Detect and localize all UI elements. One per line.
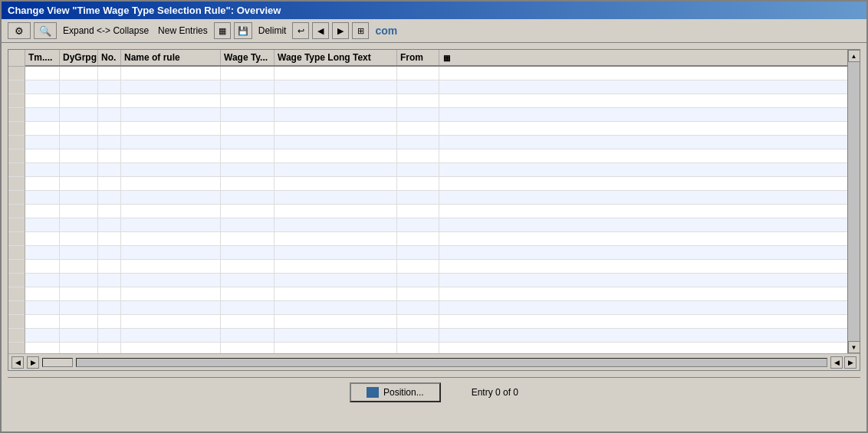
table-cell: [275, 163, 397, 176]
table-cell: [221, 205, 275, 218]
table-row[interactable]: [25, 108, 847, 122]
table-cell: [221, 149, 275, 162]
table-cell: [275, 94, 397, 107]
scroll-track[interactable]: [848, 62, 860, 341]
table-row[interactable]: [25, 274, 847, 287]
table-row[interactable]: [25, 191, 847, 205]
table-cell: [25, 246, 60, 259]
table-cell: [221, 315, 275, 328]
table-cell: [25, 191, 60, 204]
table-row[interactable]: [25, 94, 847, 108]
col-header-wagety[interactable]: Wage Ty...: [221, 50, 275, 65]
table-cell: [60, 218, 98, 231]
table-cell: [60, 329, 98, 342]
table-cell: [98, 274, 121, 287]
table-row[interactable]: [25, 260, 847, 274]
table-cell: [275, 80, 397, 93]
undo-icon-btn[interactable]: ↩: [292, 22, 309, 39]
table-row[interactable]: [25, 343, 847, 353]
column-settings-icon[interactable]: ▦: [439, 50, 453, 65]
table-row[interactable]: [25, 315, 847, 329]
table-cell: [221, 329, 275, 342]
table-row[interactable]: [25, 177, 847, 191]
col-header-from[interactable]: From: [397, 50, 439, 65]
table-cell: [60, 246, 98, 259]
save-icon-btn[interactable]: 💾: [234, 22, 252, 39]
col-header-dygrpg[interactable]: DyGrpg: [60, 50, 98, 65]
table-row[interactable]: [25, 301, 847, 315]
table-cell: [221, 287, 275, 300]
table-cell: [221, 246, 275, 259]
new-entries-button[interactable]: New Entries: [155, 24, 211, 38]
table-cell: [221, 218, 275, 231]
table-cell: [25, 232, 60, 245]
table-cell: [397, 67, 439, 80]
table-row[interactable]: [25, 246, 847, 260]
settings-icon-btn[interactable]: ⚙: [8, 22, 31, 39]
table-cell: [121, 191, 221, 204]
table-cell: [397, 246, 439, 259]
row-numbers: [8, 50, 25, 353]
table-cell: [60, 205, 98, 218]
expand-collapse-button[interactable]: Expand <-> Collapse: [60, 24, 152, 38]
table-row[interactable]: [25, 136, 847, 149]
table-cell: [397, 343, 439, 353]
table-cell: [397, 177, 439, 190]
prev-icon-btn[interactable]: ◀: [312, 22, 329, 39]
table-row[interactable]: [25, 163, 847, 177]
table-cell: [121, 315, 221, 328]
table-cell: [25, 136, 60, 149]
table-cell: [221, 301, 275, 314]
table-cell: [98, 136, 121, 149]
col-header-name[interactable]: Name of rule: [121, 50, 221, 65]
table-row[interactable]: [25, 122, 847, 136]
hscroll-right-btn[interactable]: ▶: [844, 356, 856, 369]
table-cell: [397, 205, 439, 218]
col-header-wagelong[interactable]: Wage Type Long Text: [275, 50, 397, 65]
row-num-1: [8, 67, 25, 80]
next-icon-btn[interactable]: ▶: [332, 22, 349, 39]
table-cell: [275, 177, 397, 190]
table-row[interactable]: [25, 287, 847, 301]
table-view-icon-btn[interactable]: ▦: [214, 22, 231, 39]
table-row[interactable]: [25, 232, 847, 246]
content-area: Tm.... DyGrpg No. Name of rule Wage Ty..…: [2, 43, 866, 431]
row-num-11: [8, 205, 25, 218]
columns-icon-btn[interactable]: ⊞: [352, 22, 369, 39]
table-row[interactable]: [25, 329, 847, 343]
delimit-button[interactable]: Delimit: [255, 24, 290, 38]
table-view-icon: ▦: [219, 26, 226, 36]
hscroll-left-btn[interactable]: ◀: [830, 356, 843, 369]
table-cell: [60, 136, 98, 149]
vertical-scrollbar[interactable]: ▲ ▼: [847, 50, 860, 353]
table-row[interactable]: [25, 205, 847, 218]
window-title: Change View "Time Wage Type Selection Ru…: [8, 5, 281, 16]
row-num-2: [8, 80, 25, 94]
search-icon-btn[interactable]: 🔍: [34, 22, 57, 39]
table-cell: [98, 315, 121, 328]
table-row[interactable]: [25, 218, 847, 232]
table-cell: [121, 67, 221, 80]
scroll-down-btn[interactable]: ▼: [848, 341, 860, 353]
table-cell: [25, 163, 60, 176]
scroll-up-btn[interactable]: ▲: [848, 50, 860, 62]
col-header-no[interactable]: No.: [98, 50, 121, 65]
table-row[interactable]: [25, 149, 847, 163]
position-button[interactable]: Position...: [350, 382, 441, 402]
table-cell: [275, 205, 397, 218]
table-row[interactable]: [25, 67, 847, 80]
table-main: Tm.... DyGrpg No. Name of rule Wage Ty..…: [25, 50, 847, 353]
settings-icon: ⚙: [12, 23, 27, 38]
horizontal-scroll-thumb[interactable]: [42, 358, 73, 367]
scroll-left-btn[interactable]: ◀: [12, 356, 24, 369]
table-cell: [121, 108, 221, 121]
scroll-right-btn[interactable]: ▶: [27, 356, 39, 369]
table-cell: [60, 274, 98, 287]
table-cell: [60, 301, 98, 314]
col-header-tm[interactable]: Tm....: [25, 50, 60, 65]
table-cell: [121, 80, 221, 93]
horizontal-scrollbar[interactable]: [76, 358, 827, 367]
table-cell: [25, 122, 60, 135]
table-row[interactable]: [25, 80, 847, 94]
table-cell: [275, 108, 397, 121]
